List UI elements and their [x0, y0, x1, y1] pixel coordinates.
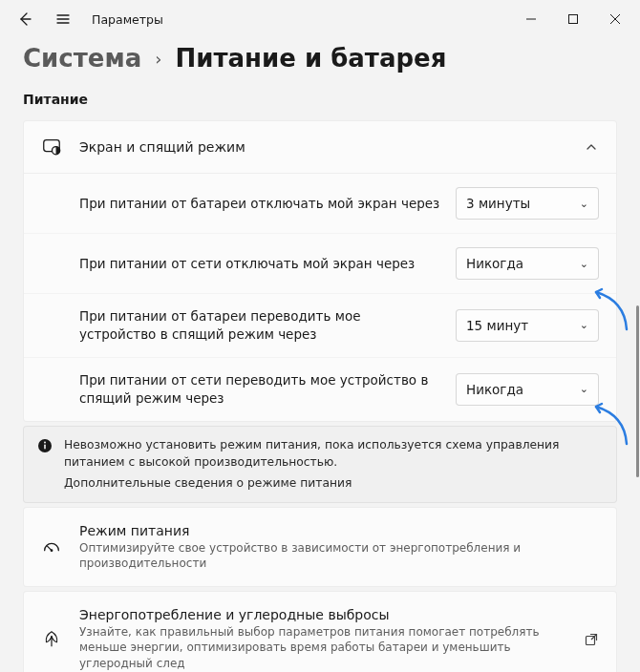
title-bar: Параметры	[0, 0, 640, 38]
back-button[interactable]	[8, 2, 42, 36]
sleep-battery-label: При питании от батареи переводить мое ус…	[79, 307, 440, 344]
dropdown-value: Никогда	[466, 256, 523, 271]
breadcrumb: Система › Питание и батарея	[23, 44, 617, 73]
display-icon	[41, 136, 62, 158]
screen-off-battery-label: При питании от батареи отключать мой экр…	[79, 195, 440, 213]
screen-off-plugged-dropdown[interactable]: Никогда ⌄	[456, 247, 599, 280]
minimize-button[interactable]	[510, 4, 552, 34]
screen-sleep-title: Экран и спящий режим	[79, 139, 566, 155]
app-title: Параметры	[92, 12, 163, 27]
sleep-battery-dropdown[interactable]: 15 минут ⌄	[456, 309, 599, 342]
screen-sleep-card: Экран и спящий режим При питании от бата…	[23, 120, 617, 422]
screen-off-battery-row: При питании от батареи отключать мой экр…	[24, 174, 616, 233]
svg-rect-0	[569, 15, 578, 24]
chevron-right-icon: ›	[155, 49, 161, 69]
svg-rect-5	[44, 444, 46, 449]
sleep-plugged-row: При питании от сети переводить мое устро…	[24, 357, 616, 421]
maximize-icon	[568, 14, 578, 24]
chevron-down-icon: ⌄	[580, 198, 588, 210]
screen-off-plugged-row: При питании от сети отключать мой экран …	[24, 233, 616, 293]
sleep-plugged-label: При питании от сети переводить мое устро…	[79, 371, 440, 408]
menu-button[interactable]	[46, 2, 80, 36]
hamburger-icon	[55, 11, 71, 27]
arrow-left-icon	[17, 11, 32, 27]
leaf-icon	[41, 629, 62, 650]
close-button[interactable]	[594, 4, 636, 34]
screen-sleep-header[interactable]: Экран и спящий режим	[24, 121, 616, 173]
minimize-icon	[526, 14, 536, 24]
dropdown-value: 15 минут	[466, 318, 528, 333]
sleep-battery-row: При питании от батареи переводить мое ус…	[24, 293, 616, 357]
energy-title: Энергопотребление и углеродные выбросы	[79, 607, 566, 622]
screen-off-plugged-label: При питании от сети отключать мой экран …	[79, 255, 440, 273]
chevron-down-icon: ⌄	[580, 319, 588, 331]
info-icon	[37, 438, 53, 453]
svg-point-4	[44, 441, 46, 443]
chevron-down-icon: ⌄	[580, 258, 588, 270]
power-mode-info: Невозможно установить режим питания, пок…	[23, 426, 617, 503]
info-link[interactable]: Дополнительные сведения о режиме питания	[64, 474, 603, 492]
gauge-icon	[41, 536, 62, 557]
maximize-button[interactable]	[552, 4, 594, 34]
energy-subtitle: Узнайте, как правильный выбор параметров…	[79, 624, 566, 671]
chevron-up-icon	[584, 139, 599, 155]
info-text: Невозможно установить режим питания, пок…	[64, 436, 603, 472]
breadcrumb-parent[interactable]: Система	[23, 44, 141, 73]
energy-card[interactable]: Энергопотребление и углеродные выбросы У…	[23, 591, 617, 672]
open-external-icon	[584, 632, 599, 647]
sleep-plugged-dropdown[interactable]: Никогда ⌄	[456, 373, 599, 406]
chevron-down-icon: ⌄	[580, 383, 588, 395]
screen-off-battery-dropdown[interactable]: 3 минуты ⌄	[456, 187, 599, 220]
dropdown-value: Никогда	[466, 382, 523, 397]
scrollbar[interactable]	[636, 305, 639, 477]
dropdown-value: 3 минуты	[466, 196, 530, 211]
page-title: Питание и батарея	[175, 44, 446, 73]
power-mode-card[interactable]: Режим питания Оптимизируйте свое устройс…	[23, 507, 617, 587]
close-icon	[610, 14, 620, 24]
power-mode-title: Режим питания	[79, 523, 599, 538]
power-mode-subtitle: Оптимизируйте свое устройство в зависимо…	[79, 540, 599, 571]
window-controls	[510, 4, 636, 34]
section-power-label: Питание	[23, 92, 617, 107]
